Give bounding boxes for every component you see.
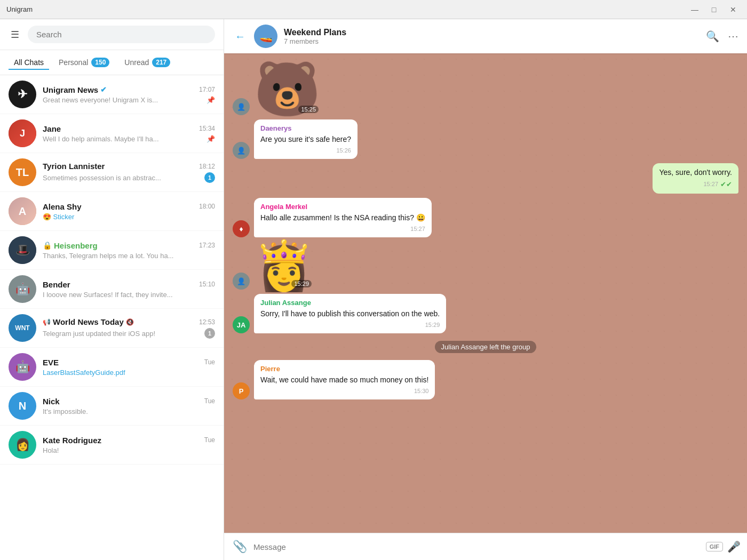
message-bubble: Pierre Wait, we could have made so much … <box>254 360 435 399</box>
chat-preview: Well I do help animals. Maybe I'll ha... <box>43 135 159 143</box>
back-button[interactable]: ← <box>233 28 248 45</box>
list-item[interactable]: 🤖 Bender 15:10 I looove new Surfaces! If… <box>0 270 224 309</box>
message-input[interactable] <box>253 542 702 551</box>
chat-preview: It's impossible. <box>43 407 215 415</box>
close-button[interactable]: ✕ <box>726 2 741 17</box>
chat-header-info: Weekend Plans 7 members <box>284 28 700 45</box>
chat-preview: Telegram just updated their iOS app! <box>43 330 155 338</box>
chat-list: ✈ Unigram News ✔ 17:07 Great news everyo… <box>0 75 224 560</box>
message-row: 👤 Daenerys Are you sure it's safe here? … <box>233 119 738 159</box>
avatar: N <box>9 392 36 420</box>
avatar: 🤖 <box>9 353 36 381</box>
messages-area: 👤 🐻 15:25 👤 Daenerys Are you sure it's s… <box>224 53 747 533</box>
sender-avatar: JA <box>233 316 250 333</box>
chat-info: 🔒 Heisenberg 17:23 Thanks, Telegram help… <box>43 241 215 260</box>
message-bubble: Julian Assange Sorry, I'll have to publi… <box>254 294 446 333</box>
message-text: Yes, sure, don't worry. <box>659 167 732 178</box>
avatar: 👩 <box>9 431 36 459</box>
list-item[interactable]: J Jane 15:34 Well I do help animals. May… <box>0 114 224 153</box>
message-text: Hallo alle zusammen! Is the NSA reading … <box>260 213 425 223</box>
chat-info: Tyrion Lannister 18:12 Sometimes possess… <box>43 162 215 183</box>
chat-info: Nick Tue It's impossible. <box>43 397 215 415</box>
verified-icon: ✔ <box>100 85 107 94</box>
chat-name: Alena Shy <box>43 202 82 211</box>
tab-all-chats-label: All Chats <box>14 58 44 67</box>
chat-time: 17:23 <box>199 242 215 249</box>
chat-header-name: Weekend Plans <box>284 28 700 37</box>
message-row: Yes, sure, don't worry. 15:27 ✔✔ <box>233 163 738 194</box>
message-input-area: 📎 GIF 🎤 <box>224 533 747 560</box>
list-item[interactable]: 🎩 🔒 Heisenberg 17:23 Thanks, Telegram he… <box>0 231 224 270</box>
list-item[interactable]: TL Tyrion Lannister 18:12 Sometimes poss… <box>0 153 224 192</box>
chat-preview: Sometimes possession is an abstrac... <box>43 174 161 182</box>
gif-button[interactable]: GIF <box>706 542 723 551</box>
avatar: 🎩 <box>9 236 36 264</box>
chat-time: Tue <box>204 436 215 444</box>
chat-info: Unigram News ✔ 17:07 Great news everyone… <box>43 85 215 104</box>
tab-personal-label: Personal <box>59 58 88 67</box>
chat-time: 18:12 <box>199 163 215 170</box>
tab-unread-badge: 217 <box>152 58 170 67</box>
chat-name: EVE <box>43 358 59 367</box>
search-input[interactable] <box>28 26 215 43</box>
chat-time: Tue <box>204 358 215 366</box>
avatar: TL <box>9 158 36 186</box>
tab-personal[interactable]: Personal 150 <box>53 54 115 70</box>
app-title: Unigram <box>6 5 33 13</box>
tab-unread[interactable]: Unread 217 <box>119 54 176 70</box>
tab-personal-badge: 150 <box>91 58 109 67</box>
more-button[interactable]: ⋯ <box>728 30 738 43</box>
sidebar: ☰ All Chats Personal 150 Unread 217 ✈ <box>0 19 224 560</box>
chat-name: Unigram News ✔ <box>43 85 107 94</box>
chat-time: 18:00 <box>199 203 215 210</box>
message-text: Sorry, I'll have to publish this convers… <box>260 309 440 319</box>
unread-badge: 1 <box>204 328 215 339</box>
chat-time: 17:07 <box>199 86 215 93</box>
attach-button[interactable]: 📎 <box>231 538 249 556</box>
chat-name: Tyrion Lannister <box>43 162 105 171</box>
window-controls: — □ ✕ <box>687 2 741 17</box>
sticker-message: 🐻 15:25 <box>254 62 321 115</box>
tab-all-chats[interactable]: All Chats <box>9 55 49 70</box>
chat-time: 15:10 <box>199 281 215 288</box>
titlebar: Unigram — □ ✕ <box>0 0 747 19</box>
message-text: Are you sure it's safe here? <box>260 134 351 145</box>
message-bubble: Angela Merkel Hallo alle zusammen! Is th… <box>254 198 432 237</box>
message-row: 👤 🐻 15:25 <box>233 62 738 115</box>
list-item[interactable]: N Nick Tue It's impossible. <box>0 387 224 426</box>
list-item[interactable]: 👩 Kate Rodriguez Tue Hola! <box>0 426 224 465</box>
pin-icon: 📌 <box>206 135 215 143</box>
maximize-button[interactable]: □ <box>706 2 721 17</box>
message-time: 15:25 <box>298 106 319 113</box>
list-item[interactable]: ✈ Unigram News ✔ 17:07 Great news everyo… <box>0 75 224 114</box>
search-button[interactable]: 🔍 <box>706 30 719 43</box>
message-row: P Pierre Wait, we could have made so muc… <box>233 360 738 399</box>
chat-info: Kate Rodriguez Tue Hola! <box>43 436 215 454</box>
list-item[interactable]: WNT 📢 World News Today 🔇 12:53 Telegram … <box>0 309 224 348</box>
main-layout: ☰ All Chats Personal 150 Unread 217 ✈ <box>0 19 747 560</box>
chat-info: Jane 15:34 Well I do help animals. Maybe… <box>43 124 215 143</box>
message-sender: Julian Assange <box>260 298 440 308</box>
channel-icon: 📢 <box>43 318 51 326</box>
chat-preview: Hola! <box>43 446 215 454</box>
message-time: 15:29 <box>291 280 312 287</box>
message-row: 👤 👸 15:29 <box>233 242 738 290</box>
sender-avatar: 👤 <box>233 273 250 290</box>
message-time: 15:27 <box>703 180 718 188</box>
hamburger-button[interactable]: ☰ <box>9 27 21 43</box>
chat-avatar: 🚤 <box>254 25 277 48</box>
microphone-button[interactable]: 🎤 <box>727 540 741 553</box>
message-text: Wait, we could have made so much money o… <box>260 375 428 386</box>
avatar: ✈ <box>9 81 36 108</box>
chat-preview: Thanks, Telegram helps me a lot. You ha.… <box>43 252 215 260</box>
list-item[interactable]: 🤖 EVE Tue LaserBlastSafetyGuide.pdf <box>0 348 224 387</box>
minimize-button[interactable]: — <box>687 2 702 17</box>
message-time: 15:29 <box>425 321 440 329</box>
list-item[interactable]: A Alena Shy 18:00 😍 Sticker <box>0 192 224 231</box>
chat-header-sub: 7 members <box>284 37 700 45</box>
chat-preview: Great news everyone! Unigram X is... <box>43 96 158 104</box>
tab-unread-label: Unread <box>124 58 149 67</box>
chat-name: 📢 World News Today 🔇 <box>43 317 134 326</box>
chat-info: 📢 World News Today 🔇 12:53 Telegram just… <box>43 317 215 339</box>
unread-badge: 1 <box>204 172 215 183</box>
